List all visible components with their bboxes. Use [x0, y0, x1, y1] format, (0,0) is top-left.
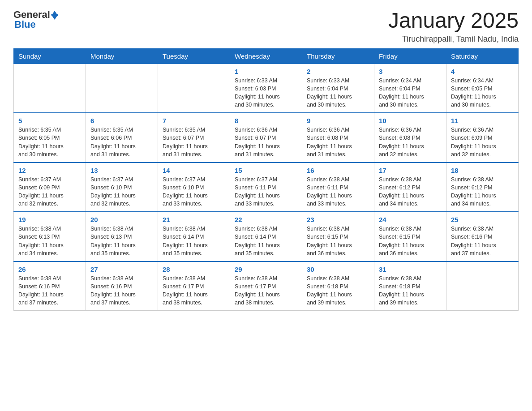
calendar-cell: 11Sunrise: 6:36 AM Sunset: 6:09 PM Dayli…	[446, 113, 519, 163]
calendar-cell: 20Sunrise: 6:38 AM Sunset: 6:13 PM Dayli…	[86, 212, 158, 261]
day-number: 2	[307, 68, 369, 75]
calendar-cell: 9Sunrise: 6:36 AM Sunset: 6:08 PM Daylig…	[302, 113, 374, 163]
day-info: Sunrise: 6:37 AM Sunset: 6:11 PM Dayligh…	[235, 176, 297, 208]
calendar-cell	[158, 64, 230, 113]
calendar-cell: 2Sunrise: 6:33 AM Sunset: 6:04 PM Daylig…	[302, 64, 374, 113]
location-subtitle: Tiruchirappalli, Tamil Nadu, India	[388, 34, 519, 44]
day-info: Sunrise: 6:37 AM Sunset: 6:10 PM Dayligh…	[163, 176, 225, 208]
day-info: Sunrise: 6:36 AM Sunset: 6:08 PM Dayligh…	[379, 126, 442, 158]
day-header-wednesday: Wednesday	[230, 48, 302, 64]
day-number: 18	[451, 167, 514, 174]
calendar-body: 1Sunrise: 6:33 AM Sunset: 6:03 PM Daylig…	[14, 64, 519, 311]
day-info: Sunrise: 6:33 AM Sunset: 6:03 PM Dayligh…	[235, 77, 297, 109]
day-info: Sunrise: 6:36 AM Sunset: 6:07 PM Dayligh…	[235, 126, 297, 158]
page-header: General Blue January 2025 Tiruchirappall…	[13, 9, 519, 44]
day-number: 11	[451, 117, 514, 124]
calendar-cell: 1Sunrise: 6:33 AM Sunset: 6:03 PM Daylig…	[230, 64, 302, 113]
calendar-cell: 17Sunrise: 6:38 AM Sunset: 6:12 PM Dayli…	[374, 163, 446, 212]
day-info: Sunrise: 6:35 AM Sunset: 6:05 PM Dayligh…	[18, 126, 81, 158]
day-number: 8	[235, 117, 297, 124]
day-info: Sunrise: 6:34 AM Sunset: 6:04 PM Dayligh…	[379, 77, 442, 109]
logo: General Blue	[13, 9, 58, 30]
day-number: 12	[18, 167, 81, 174]
calendar-cell	[446, 261, 519, 311]
day-number: 10	[379, 117, 442, 124]
day-number: 15	[235, 167, 297, 174]
calendar-cell: 6Sunrise: 6:35 AM Sunset: 6:06 PM Daylig…	[86, 113, 158, 163]
day-info: Sunrise: 6:36 AM Sunset: 6:08 PM Dayligh…	[307, 126, 369, 158]
calendar-cell: 16Sunrise: 6:38 AM Sunset: 6:11 PM Dayli…	[302, 163, 374, 212]
logo-blue: Blue	[14, 19, 36, 30]
day-number: 16	[307, 167, 369, 174]
day-info: Sunrise: 6:33 AM Sunset: 6:04 PM Dayligh…	[307, 77, 369, 109]
day-info: Sunrise: 6:38 AM Sunset: 6:12 PM Dayligh…	[379, 176, 442, 208]
day-number: 3	[379, 68, 442, 75]
day-info: Sunrise: 6:38 AM Sunset: 6:16 PM Dayligh…	[451, 225, 514, 257]
title-block: January 2025 Tiruchirappalli, Tamil Nadu…	[388, 9, 519, 44]
calendar-cell: 13Sunrise: 6:37 AM Sunset: 6:10 PM Dayli…	[86, 163, 158, 212]
day-number: 13	[90, 167, 153, 174]
day-number: 23	[307, 216, 369, 223]
calendar-header: SundayMondayTuesdayWednesdayThursdayFrid…	[14, 48, 519, 64]
calendar-cell: 23Sunrise: 6:38 AM Sunset: 6:15 PM Dayli…	[302, 212, 374, 261]
day-info: Sunrise: 6:38 AM Sunset: 6:11 PM Dayligh…	[307, 176, 369, 208]
calendar-cell: 5Sunrise: 6:35 AM Sunset: 6:05 PM Daylig…	[14, 113, 86, 163]
day-number: 14	[163, 167, 225, 174]
day-info: Sunrise: 6:38 AM Sunset: 6:13 PM Dayligh…	[18, 225, 81, 257]
day-number: 17	[379, 167, 442, 174]
calendar-cell	[86, 64, 158, 113]
day-header-monday: Monday	[86, 48, 158, 64]
calendar-cell: 29Sunrise: 6:38 AM Sunset: 6:17 PM Dayli…	[230, 261, 302, 311]
day-info: Sunrise: 6:38 AM Sunset: 6:16 PM Dayligh…	[90, 274, 153, 307]
day-info: Sunrise: 6:35 AM Sunset: 6:07 PM Dayligh…	[163, 126, 225, 158]
day-header-saturday: Saturday	[446, 48, 519, 64]
day-info: Sunrise: 6:38 AM Sunset: 6:15 PM Dayligh…	[379, 225, 442, 257]
calendar-week-3: 12Sunrise: 6:37 AM Sunset: 6:09 PM Dayli…	[14, 163, 519, 212]
calendar-cell: 14Sunrise: 6:37 AM Sunset: 6:10 PM Dayli…	[158, 163, 230, 212]
day-info: Sunrise: 6:38 AM Sunset: 6:13 PM Dayligh…	[90, 225, 153, 257]
calendar-week-1: 1Sunrise: 6:33 AM Sunset: 6:03 PM Daylig…	[14, 64, 519, 113]
calendar-week-2: 5Sunrise: 6:35 AM Sunset: 6:05 PM Daylig…	[14, 113, 519, 163]
calendar-cell: 25Sunrise: 6:38 AM Sunset: 6:16 PM Dayli…	[446, 212, 519, 261]
day-info: Sunrise: 6:38 AM Sunset: 6:17 PM Dayligh…	[235, 274, 297, 307]
day-number: 26	[18, 265, 81, 273]
day-number: 4	[451, 68, 514, 75]
day-info: Sunrise: 6:38 AM Sunset: 6:12 PM Dayligh…	[451, 176, 514, 208]
day-number: 28	[163, 265, 225, 273]
calendar-cell: 3Sunrise: 6:34 AM Sunset: 6:04 PM Daylig…	[374, 64, 446, 113]
calendar-cell: 28Sunrise: 6:38 AM Sunset: 6:17 PM Dayli…	[158, 261, 230, 311]
day-number: 29	[235, 265, 297, 273]
day-number: 30	[307, 265, 369, 273]
calendar-cell: 30Sunrise: 6:38 AM Sunset: 6:18 PM Dayli…	[302, 261, 374, 311]
calendar-cell: 21Sunrise: 6:38 AM Sunset: 6:14 PM Dayli…	[158, 212, 230, 261]
day-header-thursday: Thursday	[302, 48, 374, 64]
calendar-cell: 8Sunrise: 6:36 AM Sunset: 6:07 PM Daylig…	[230, 113, 302, 163]
calendar-cell: 24Sunrise: 6:38 AM Sunset: 6:15 PM Dayli…	[374, 212, 446, 261]
day-info: Sunrise: 6:34 AM Sunset: 6:05 PM Dayligh…	[451, 77, 514, 109]
calendar-cell: 15Sunrise: 6:37 AM Sunset: 6:11 PM Dayli…	[230, 163, 302, 212]
day-info: Sunrise: 6:38 AM Sunset: 6:18 PM Dayligh…	[379, 274, 442, 307]
day-number: 7	[163, 117, 225, 124]
calendar-cell: 12Sunrise: 6:37 AM Sunset: 6:09 PM Dayli…	[14, 163, 86, 212]
day-info: Sunrise: 6:37 AM Sunset: 6:09 PM Dayligh…	[18, 176, 81, 208]
day-number: 9	[307, 117, 369, 124]
calendar-cell: 31Sunrise: 6:38 AM Sunset: 6:18 PM Dayli…	[374, 261, 446, 311]
day-info: Sunrise: 6:38 AM Sunset: 6:18 PM Dayligh…	[307, 274, 369, 307]
day-info: Sunrise: 6:36 AM Sunset: 6:09 PM Dayligh…	[451, 126, 514, 158]
calendar-cell	[14, 64, 86, 113]
calendar-week-5: 26Sunrise: 6:38 AM Sunset: 6:16 PM Dayli…	[14, 261, 519, 311]
day-info: Sunrise: 6:35 AM Sunset: 6:06 PM Dayligh…	[90, 126, 153, 158]
day-number: 25	[451, 216, 514, 223]
day-number: 31	[379, 265, 442, 273]
day-number: 21	[163, 216, 225, 223]
day-number: 5	[18, 117, 81, 124]
day-header-tuesday: Tuesday	[158, 48, 230, 64]
day-number: 20	[90, 216, 153, 223]
month-title: January 2025	[388, 9, 519, 33]
day-info: Sunrise: 6:38 AM Sunset: 6:14 PM Dayligh…	[235, 225, 297, 257]
calendar-cell: 22Sunrise: 6:38 AM Sunset: 6:14 PM Dayli…	[230, 212, 302, 261]
calendar-cell: 4Sunrise: 6:34 AM Sunset: 6:05 PM Daylig…	[446, 64, 519, 113]
day-number: 22	[235, 216, 297, 223]
calendar-table: SundayMondayTuesdayWednesdayThursdayFrid…	[13, 48, 519, 311]
day-header-friday: Friday	[374, 48, 446, 64]
